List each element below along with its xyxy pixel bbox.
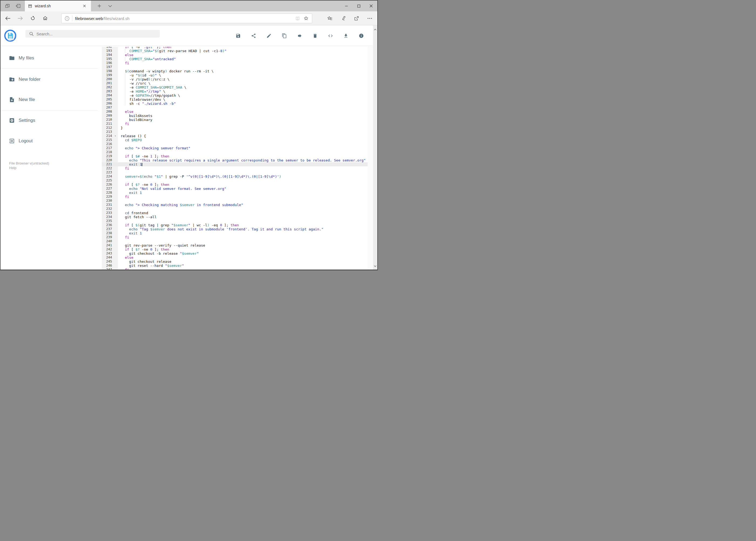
code-line[interactable]: 224 semver=$(echo "$1" | grep -P '^v(0|[… — [102, 175, 368, 179]
tab-close-button[interactable] — [81, 2, 88, 10]
code-line[interactable]: 197 — [102, 65, 368, 69]
share-page-button[interactable] — [350, 13, 363, 24]
sidebar-item-new-file[interactable]: New file — [1, 94, 98, 106]
code-line[interactable]: 202 -e COMMIT_SHA=$COMMIT_SHA \ — [102, 85, 368, 89]
minimize-button[interactable] — [340, 1, 353, 11]
download-button[interactable] — [343, 33, 349, 38]
code-line[interactable]: 237 echo "Tag $semver does not exist in … — [102, 227, 368, 231]
code-line[interactable]: 236 if [ $(git tag | grep "$semver" | wc… — [102, 223, 368, 227]
scroll-up-button[interactable] — [374, 25, 377, 33]
code-lines[interactable]: 192 if [ -d ".git" ]; then193 COMMIT_SHA… — [102, 47, 368, 270]
code-line[interactable]: 216 — [102, 142, 368, 146]
hub-button[interactable] — [323, 13, 337, 24]
back-button[interactable] — [2, 13, 14, 24]
copy-button[interactable] — [282, 33, 287, 38]
delete-button[interactable] — [312, 33, 318, 38]
move-button[interactable] — [297, 33, 302, 38]
new-tab-button[interactable] — [96, 2, 103, 10]
code-line[interactable]: 239 fi — [102, 235, 368, 239]
code-line[interactable]: 199 -u "$(id -u)" \ — [102, 73, 368, 77]
scroll-down-button[interactable] — [374, 262, 377, 270]
code-line[interactable]: 235 — [102, 219, 368, 223]
code-line[interactable]: 215 cd $REPO — [102, 138, 368, 142]
reading-view-button[interactable] — [293, 15, 302, 22]
code-line[interactable]: 213 — [102, 130, 368, 134]
code-line[interactable]: 194 else — [102, 53, 368, 57]
code-line[interactable]: 200 -v /$(pwd):/src:z \ — [102, 77, 368, 81]
code-line[interactable]: 196 fi — [102, 61, 368, 65]
more-options-button[interactable] — [363, 13, 376, 24]
sidebar-item-logout[interactable]: Logout — [1, 135, 98, 147]
code-line[interactable]: 195 COMMIT_SHA="untracked" — [102, 57, 368, 61]
code-line[interactable]: 222 fi — [102, 166, 368, 171]
search-bar[interactable] — [25, 30, 160, 38]
sidebar-item-new-folder[interactable]: New folder — [1, 74, 98, 85]
filebrowser-logo[interactable] — [4, 29, 16, 42]
code-line[interactable]: 210 buildBinary — [102, 118, 368, 122]
code-line[interactable]: 192 if [ -d ".git" ]; then — [102, 47, 368, 49]
code-line[interactable]: 212} — [102, 126, 368, 130]
web-note-button[interactable] — [337, 13, 350, 24]
forward-button[interactable] — [14, 13, 26, 24]
share-button[interactable] — [251, 33, 256, 38]
editor-button[interactable] — [328, 33, 333, 38]
home-button[interactable] — [39, 13, 51, 24]
code-line[interactable]: 219 if [ $# -ne 1 ]; then — [102, 154, 368, 158]
code-line[interactable]: 229 fi — [102, 195, 368, 199]
code-line[interactable]: 201 -w //src \ — [102, 81, 368, 85]
site-info-icon[interactable] — [65, 16, 69, 21]
code-line[interactable]: 217 echo "> Checking semver format" — [102, 146, 368, 150]
browser-tab[interactable]: wizard.sh — [25, 1, 91, 11]
code-line[interactable]: 207 — [102, 106, 368, 110]
code-line[interactable]: 211 fi — [102, 122, 368, 126]
code-line[interactable]: 218 — [102, 150, 368, 154]
code-editor[interactable]: 192 if [ -d ".git" ]; then193 COMMIT_SHA… — [98, 47, 377, 270]
code-line[interactable]: 238 exit 1 — [102, 231, 368, 235]
code-line[interactable]: 220 echo "This release script requires a… — [102, 158, 368, 162]
code-line[interactable]: 214▾release () { — [102, 134, 368, 138]
tab-preview-button[interactable] — [4, 2, 11, 10]
address-bar[interactable]: filebrowser.web/files/wizard.sh — [61, 14, 312, 23]
search-input[interactable] — [36, 32, 144, 36]
code-line[interactable]: 245 git checkout release — [102, 260, 368, 264]
close-window-button[interactable] — [365, 1, 377, 11]
code-line[interactable]: 203 -e HOME="//tmp" \ — [102, 89, 368, 94]
code-line[interactable]: 246 git reset --hard "$semver" — [102, 264, 368, 268]
code-line[interactable]: 205 filebrowser/dev \ — [102, 98, 368, 102]
code-line[interactable]: 247 fi — [102, 268, 368, 270]
tab-preview-toggle[interactable] — [106, 2, 114, 10]
set-tabs-aside-button[interactable] — [14, 2, 22, 10]
code-line[interactable]: 206 sh -c "./wizard.sh -b" — [102, 102, 368, 106]
info-button[interactable] — [359, 33, 364, 38]
code-line[interactable]: 193 COMMIT_SHA="$(git rev-parse HEAD | c… — [102, 49, 368, 53]
favorite-star-button[interactable] — [302, 15, 310, 22]
code-line[interactable]: 232 — [102, 207, 368, 211]
rename-button[interactable] — [266, 33, 272, 38]
save-button[interactable] — [235, 33, 241, 38]
code-line[interactable]: 230 — [102, 199, 368, 203]
sidebar-item-settings[interactable]: Settings — [1, 115, 98, 126]
code-line[interactable]: 223 — [102, 171, 368, 175]
sidebar-item-my-files[interactable]: My files — [1, 52, 98, 64]
code-line[interactable]: 227 echo "Not valid semver format. See s… — [102, 187, 368, 191]
code-line[interactable]: 244 else — [102, 256, 368, 260]
code-line[interactable]: 231 echo "> Checking matching $semver in… — [102, 203, 368, 207]
code-line[interactable]: 233 cd frontend — [102, 211, 368, 215]
code-line[interactable]: 208 else — [102, 110, 368, 114]
code-line[interactable]: 242 if [ $? -ne 0 ]; then — [102, 248, 368, 252]
code-line[interactable]: 198 $(command -v winpty) docker run --rm… — [102, 69, 368, 73]
code-line[interactable]: 234 git fetch --all — [102, 215, 368, 219]
maximize-button[interactable] — [353, 1, 365, 11]
code-line[interactable]: 204 -e GOPATH=//tmp/gopath \ — [102, 94, 368, 98]
code-line[interactable]: 221 exit 1 — [102, 162, 368, 166]
code-line[interactable]: 209 buildAssets — [102, 114, 368, 118]
code-line[interactable]: 226 if [ $? -ne 0 ]; then — [102, 183, 368, 187]
code-line[interactable]: 240 — [102, 239, 368, 244]
code-line[interactable]: 241 git rev-parse --verify --quiet relea… — [102, 244, 368, 248]
fold-marker-icon[interactable]: ▾ — [115, 134, 116, 138]
page-scrollbar[interactable] — [373, 25, 377, 270]
refresh-button[interactable] — [26, 13, 39, 24]
code-line[interactable]: 228 exit 1 — [102, 191, 368, 195]
code-line[interactable]: 225 — [102, 179, 368, 183]
help-link[interactable]: Help — [9, 166, 98, 170]
